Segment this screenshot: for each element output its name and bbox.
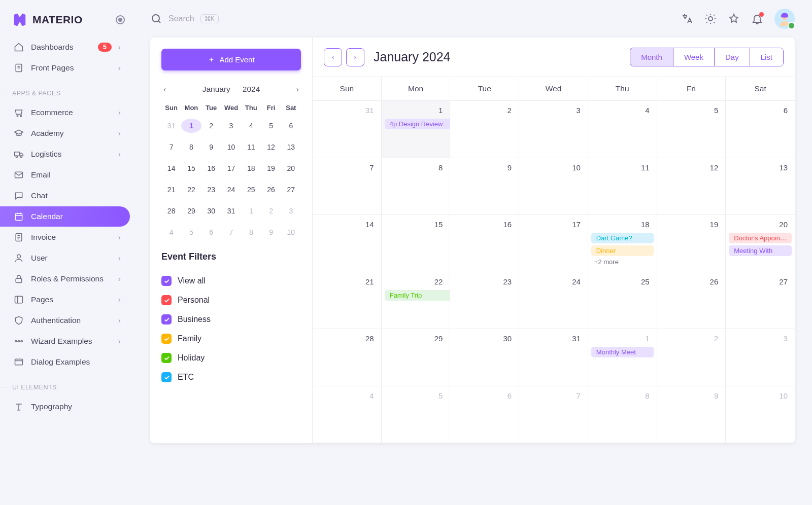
sidebar-item-logistics[interactable]: Logistics › xyxy=(0,144,130,164)
mini-day[interactable]: 4 xyxy=(241,119,261,133)
event-pill[interactable]: Meeting With xyxy=(729,245,792,256)
sidebar-item-pages[interactable]: Pages › xyxy=(0,290,130,310)
sidebar-item-chat[interactable]: Chat xyxy=(0,186,130,206)
mini-day[interactable]: 31 xyxy=(221,204,241,218)
day-cell[interactable]: 3 xyxy=(519,101,588,158)
event-pill[interactable]: Monthly Meet xyxy=(591,347,654,357)
calendar-prev-button[interactable]: ‹ xyxy=(324,48,342,66)
mini-day[interactable]: 23 xyxy=(201,183,221,197)
mini-day[interactable]: 1 xyxy=(241,204,261,218)
day-cell[interactable]: 20Doctor's AppointmentMeeting With xyxy=(726,215,795,272)
sidebar-item-user[interactable]: User › xyxy=(0,248,130,268)
day-cell[interactable]: 6 xyxy=(726,101,795,158)
day-cell[interactable]: 29 xyxy=(382,329,451,386)
day-cell[interactable]: 10 xyxy=(726,386,795,444)
mini-day[interactable]: 20 xyxy=(281,161,301,175)
mini-day[interactable]: 22 xyxy=(181,183,201,197)
mini-day[interactable]: 10 xyxy=(221,140,241,154)
mini-day[interactable]: 12 xyxy=(261,140,281,154)
mini-day[interactable]: 10 xyxy=(281,225,301,239)
day-cell[interactable]: 10 xyxy=(519,158,588,215)
event-pill[interactable]: Family Trip xyxy=(385,290,451,301)
day-cell[interactable]: 18Dart Game?Dinner+2 more xyxy=(588,215,657,272)
mini-day[interactable]: 17 xyxy=(221,161,241,175)
sidebar-item-roles[interactable]: Roles & Permissions › xyxy=(0,269,130,289)
day-cell[interactable]: 31 xyxy=(313,101,382,158)
mini-day[interactable]: 18 xyxy=(241,161,261,175)
day-cell[interactable]: 23 xyxy=(450,272,519,330)
mini-day[interactable]: 3 xyxy=(221,119,241,133)
mini-day[interactable]: 25 xyxy=(241,183,261,197)
day-cell[interactable]: 30 xyxy=(450,329,519,386)
mini-day[interactable]: 6 xyxy=(281,119,301,133)
mini-month[interactable]: January xyxy=(202,85,230,94)
view-week-button[interactable]: Week xyxy=(673,48,715,66)
day-cell[interactable]: 8 xyxy=(382,158,451,215)
mini-day[interactable]: 2 xyxy=(261,204,281,218)
sidebar-item-dashboards[interactable]: Dashboards 5 › xyxy=(0,37,130,57)
filter-row[interactable]: Personal xyxy=(161,291,301,310)
mini-day[interactable]: 26 xyxy=(261,183,281,197)
mini-day[interactable]: 3 xyxy=(281,204,301,218)
add-event-button[interactable]: ＋ Add Event xyxy=(161,49,301,70)
sidebar-pin-icon[interactable] xyxy=(116,15,125,24)
event-pill[interactable]: Dart Game? xyxy=(591,233,654,243)
day-cell[interactable]: 12 xyxy=(657,158,726,215)
view-day-button[interactable]: Day xyxy=(715,48,750,66)
day-cell[interactable]: 11 xyxy=(588,158,657,215)
filter-row[interactable]: Business xyxy=(161,310,301,329)
mini-day[interactable]: 28 xyxy=(161,204,181,218)
mini-day[interactable]: 2 xyxy=(201,119,221,133)
day-cell[interactable]: 25 xyxy=(588,272,657,330)
day-cell[interactable]: 16 xyxy=(450,215,519,272)
mini-day[interactable]: 9 xyxy=(201,140,221,154)
event-pill[interactable]: Dinner xyxy=(591,245,654,256)
filter-row[interactable]: Holiday xyxy=(161,348,301,368)
filter-row[interactable]: ETC xyxy=(161,368,301,387)
bell-icon[interactable] xyxy=(751,13,763,25)
sidebar-item-wizard[interactable]: Wizard Examples › xyxy=(0,331,130,351)
day-cell[interactable]: 17 xyxy=(519,215,588,272)
day-cell[interactable]: 2 xyxy=(450,101,519,158)
day-cell[interactable]: 7 xyxy=(313,158,382,215)
day-cell[interactable]: 19 xyxy=(657,215,726,272)
mini-day[interactable]: 13 xyxy=(281,140,301,154)
mini-day[interactable]: 5 xyxy=(261,119,281,133)
mini-day[interactable]: 21 xyxy=(161,183,181,197)
theme-icon[interactable] xyxy=(704,13,717,25)
sidebar-item-calendar[interactable]: Calendar xyxy=(0,206,130,227)
mini-day[interactable]: 27 xyxy=(281,183,301,197)
day-cell[interactable]: 24 xyxy=(519,272,588,330)
sidebar-item-ecommerce[interactable]: Ecommerce › xyxy=(0,102,130,123)
mini-day[interactable]: 14 xyxy=(161,161,181,175)
day-cell[interactable]: 22Family Trip xyxy=(382,272,451,330)
mini-day[interactable]: 24 xyxy=(221,183,241,197)
day-cell[interactable]: 13 xyxy=(726,158,795,215)
day-cell[interactable]: 4 xyxy=(313,386,382,444)
day-cell[interactable]: 15 xyxy=(382,215,451,272)
day-cell[interactable]: 7 xyxy=(519,386,588,444)
mini-day[interactable]: 29 xyxy=(181,204,201,218)
sidebar-item-invoice[interactable]: Invoice › xyxy=(0,227,130,247)
calendar-next-button[interactable]: › xyxy=(346,48,364,66)
translate-icon[interactable] xyxy=(681,13,693,25)
day-cell[interactable]: 31 xyxy=(519,329,588,386)
day-cell[interactable]: 28 xyxy=(313,329,382,386)
mini-day[interactable]: 1 xyxy=(181,119,201,133)
mini-day[interactable]: 16 xyxy=(201,161,221,175)
sidebar-item-typography[interactable]: Typography xyxy=(0,396,130,417)
sidebar-item-auth[interactable]: Authentication › xyxy=(0,310,130,331)
mini-day[interactable]: 19 xyxy=(261,161,281,175)
mini-day[interactable]: 8 xyxy=(241,225,261,239)
mini-day[interactable]: 9 xyxy=(261,225,281,239)
day-cell[interactable]: 26 xyxy=(657,272,726,330)
mini-day[interactable]: 7 xyxy=(161,140,181,154)
mini-prev-button[interactable]: ‹ xyxy=(161,83,168,96)
more-events-link[interactable]: +2 more xyxy=(591,258,654,266)
mini-day[interactable]: 6 xyxy=(201,225,221,239)
view-month-button[interactable]: Month xyxy=(630,48,673,66)
day-cell[interactable]: 2 xyxy=(657,329,726,386)
event-pill[interactable]: Doctor's Appointment xyxy=(729,233,792,243)
avatar[interactable] xyxy=(774,9,795,29)
day-cell[interactable]: 6 xyxy=(450,386,519,444)
